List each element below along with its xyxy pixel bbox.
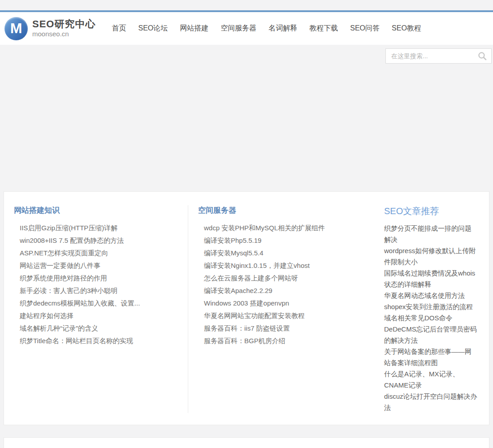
- main-nav-list: 首页SEO论坛网站搭建空间服务器名词解释教程下载SEO问答SEO教程: [112, 24, 421, 33]
- nav-item[interactable]: 名词解释: [268, 24, 297, 33]
- article-link[interactable]: 编译安装Php5.5.19: [204, 234, 376, 247]
- brand-name: SEO研究中心: [32, 19, 95, 30]
- article-link[interactable]: 域名相关常见DOS命令: [384, 312, 477, 323]
- article-link[interactable]: 新手必读：害人害己的3种小聪明: [20, 284, 188, 297]
- hero-slider-area: [0, 45, 493, 191]
- article-link[interactable]: 关于网站备案的那些事——网站备案详细流程图: [384, 346, 477, 368]
- main-nav: 首页SEO论坛网站搭建空间服务器名词解释教程下载SEO问答SEO教程: [112, 24, 421, 33]
- article-link[interactable]: win2008+IIS 7.5 配置伪静态的方法: [20, 234, 188, 247]
- article-link[interactable]: Windows 2003 搭建openvpn: [204, 297, 376, 310]
- article-link[interactable]: 华夏名网动态域名使用方法: [384, 290, 477, 301]
- article-list: wdcp 安装PHP和MySQL相关的扩展组件编译安装Php5.5.19编译安装…: [198, 222, 376, 347]
- brand-text: SEO研究中心 moonseo.cn: [32, 19, 95, 38]
- article-link[interactable]: 域名解析几种“记录”的含义: [20, 322, 188, 335]
- article-link[interactable]: 服务器百科：iis7 防盗链设置: [204, 322, 376, 335]
- article-link[interactable]: ASP.NET怎样实现页面重定向: [20, 247, 188, 259]
- nav-item[interactable]: 教程下载: [309, 24, 338, 33]
- nav-item[interactable]: SEO教程: [392, 24, 421, 33]
- article-link[interactable]: 编译安装Nginx1.0.15，并建立vhost: [204, 259, 376, 272]
- article-link[interactable]: wdcp 安装PHP和MySQL相关的扩展组件: [204, 222, 376, 234]
- site-logo[interactable]: M SEO研究中心 moonseo.cn: [4, 17, 95, 40]
- search-button[interactable]: [473, 49, 491, 63]
- article-link[interactable]: wordpress如何修改默认上传附件限制大小: [384, 245, 477, 267]
- column-seo-recommended: SEO文章推荐 织梦分页不能排成一排的问题解决wordpress如何修改默认上传…: [376, 205, 489, 413]
- article-link[interactable]: 织梦dedecms模板网站加入收藏、设置...: [20, 297, 188, 310]
- article-link[interactable]: DeDeCMS忘记后台管理员密码的解决方法: [384, 323, 477, 346]
- article-link[interactable]: discuz论坛打开空白问题解决办法: [384, 391, 477, 413]
- nav-item[interactable]: 网站搭建: [180, 24, 208, 33]
- article-link[interactable]: 织梦系统使用绝对路径的作用: [20, 272, 188, 284]
- column-site-building: 网站搭建知识 IIS启用Gzip压缩(HTTP压缩)详解win2008+IIS …: [4, 205, 188, 413]
- search-icon: [478, 52, 487, 60]
- article-link[interactable]: shopex安装到注册激活的流程: [384, 301, 477, 312]
- nav-item[interactable]: 首页: [112, 24, 126, 33]
- article-link[interactable]: 华夏名网网站宝功能配置安装教程: [204, 310, 376, 322]
- logo-m-icon: M: [4, 17, 28, 40]
- article-link[interactable]: 建站程序如何选择: [20, 310, 188, 322]
- site-header: M SEO研究中心 moonseo.cn 首页SEO论坛网站搭建空间服务器名词解…: [0, 12, 493, 45]
- article-link[interactable]: 编译安装Apache2.2.29: [204, 284, 376, 297]
- article-link[interactable]: 编译安装Mysql5.5.4: [204, 247, 376, 259]
- top-strip: [0, 0, 493, 10]
- nav-item[interactable]: SEO问答: [350, 24, 380, 33]
- article-link[interactable]: 织梦Title命名：网站栏目页名称的实现: [20, 335, 188, 347]
- column-title: 空间服务器: [198, 205, 376, 215]
- nav-item[interactable]: SEO论坛: [138, 24, 168, 33]
- search-box: [385, 48, 492, 64]
- nav-item[interactable]: 空间服务器: [221, 24, 256, 33]
- column-title: 网站搭建知识: [14, 205, 188, 215]
- content-section-top: 网站搭建知识 IIS启用Gzip压缩(HTTP压缩)详解win2008+IIS …: [4, 191, 489, 425]
- page: M SEO研究中心 moonseo.cn 首页SEO论坛网站搭建空间服务器名词解…: [0, 0, 493, 448]
- brand-domain: moonseo.cn: [32, 30, 95, 38]
- article-link[interactable]: 服务器百科：BGP机房介绍: [204, 335, 376, 347]
- content-section-bottom: SEO名词解释 什么是域名劫持？如何查询域名的注册信息？ 网页及模板教程 用CS…: [4, 437, 489, 448]
- article-link[interactable]: 织梦分页不能排成一排的问题解决: [384, 223, 477, 245]
- column-server: 空间服务器 wdcp 安装PHP和MySQL相关的扩展组件编译安装Php5.5.…: [188, 205, 376, 413]
- column-title: SEO文章推荐: [384, 205, 477, 217]
- article-link[interactable]: IIS启用Gzip压缩(HTTP压缩)详解: [20, 222, 188, 234]
- article-link[interactable]: 网站运营一定要做的八件事: [20, 259, 188, 272]
- article-list: 织梦分页不能排成一排的问题解决wordpress如何修改默认上传附件限制大小国际…: [384, 223, 477, 413]
- article-link[interactable]: 国际域名过期续费情况及whois状态的详细解释: [384, 267, 477, 290]
- article-list: IIS启用Gzip压缩(HTTP压缩)详解win2008+IIS 7.5 配置伪…: [14, 222, 188, 347]
- article-link[interactable]: 什么是A记录、MX记录、CNAME记录: [384, 368, 477, 391]
- article-link[interactable]: 怎么在云服务器上建多个网站呀: [204, 272, 376, 284]
- search-input[interactable]: [386, 49, 473, 63]
